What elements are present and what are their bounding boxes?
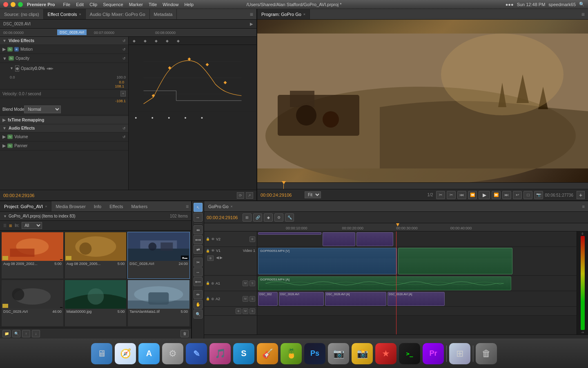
audio-effects-toggle[interactable]: ▼ — [2, 126, 7, 130]
tl-nest-btn[interactable]: ⊞ — [243, 213, 252, 222]
go-to-out-button[interactable]: ⏭ — [502, 191, 511, 199]
source-arrow[interactable]: ▶ — [250, 22, 253, 26]
timeline-h-scrollbar[interactable] — [204, 334, 588, 339]
dock-skype[interactable]: S — [233, 343, 254, 364]
master-sync[interactable]: ⊕ — [236, 308, 241, 314]
go-to-in-button[interactable]: ⏮ — [457, 191, 466, 199]
a2-solo[interactable]: S — [249, 296, 255, 302]
menu-title[interactable]: Title — [149, 2, 157, 7]
dock-camera[interactable]: 📷 — [328, 343, 349, 364]
tab-metadata[interactable]: Metadata — [150, 9, 177, 19]
a2-mute[interactable]: M — [243, 296, 248, 302]
tab-program-monitor[interactable]: Program: GoPro Go × — [257, 9, 310, 19]
volume-expand[interactable]: ▶ — [2, 134, 6, 139]
v2-clip-2[interactable] — [323, 232, 355, 246]
tab-markers[interactable]: Markers — [127, 201, 152, 211]
panel-menu-button[interactable]: ≡ — [247, 11, 256, 18]
menu-edit[interactable]: Edit — [76, 2, 84, 7]
dock-redgiant[interactable]: ★ — [375, 343, 396, 364]
loop-button[interactable]: ↩ — [513, 191, 522, 199]
tab-audio-clip-mixer[interactable]: Audio Clip Mixer: GoPro Go — [86, 9, 150, 19]
tab-project[interactable]: Project: GoPro_AVI × — [0, 201, 51, 211]
dock-launchpad[interactable]: ⊞ — [449, 343, 470, 364]
master-mute[interactable]: M — [243, 308, 248, 314]
mark-out-button[interactable]: ✂ — [447, 191, 456, 199]
tl-wrench-btn[interactable]: 🔧 — [285, 213, 294, 222]
timeline-tab-close[interactable]: × — [231, 204, 233, 209]
opacity-nav-right[interactable]: ▶ — [51, 67, 53, 70]
list-view-icon[interactable]: ☰ — [3, 224, 7, 228]
in-filter-dropdown[interactable]: All — [22, 222, 42, 229]
tl-settings-btn[interactable]: ⚙ — [274, 213, 283, 222]
a2-clip-1[interactable]: DSC_002 — [258, 292, 278, 306]
menu-clip[interactable]: Clip — [89, 2, 97, 7]
dock-finder[interactable]: 🖥 — [91, 343, 112, 364]
tab-timeline[interactable]: GoPro Go × — [204, 201, 237, 211]
tab-source[interactable]: Source: (no clips) — [0, 9, 44, 19]
clear-button[interactable]: 🗑 — [180, 330, 189, 337]
zoom-tool[interactable]: 🔍 — [194, 310, 203, 319]
velocity-add-btn[interactable]: + — [120, 91, 126, 96]
dock-trash[interactable]: 🗑 — [476, 343, 497, 364]
slide-tool[interactable]: ⟵ — [194, 277, 203, 286]
audio-effects-reset[interactable]: ↺ — [122, 126, 126, 130]
select-tool[interactable]: ↖ — [194, 203, 203, 212]
v2-clip-1[interactable] — [258, 232, 321, 235]
blend-mode-select[interactable]: Normal — [24, 105, 61, 113]
dock-sysprefs[interactable]: ⚙ — [162, 343, 183, 364]
razor-tool[interactable]: ✂ — [194, 258, 203, 267]
dock-itunes[interactable]: 🎵 — [209, 343, 231, 364]
v1-nav-right[interactable]: ▶ — [220, 256, 223, 261]
new-item-button[interactable]: 🔍 — [12, 330, 20, 337]
v1-lock[interactable]: 🔒 — [206, 249, 210, 253]
menu-marker[interactable]: Marker — [129, 2, 143, 7]
export-frame-button[interactable]: 📷 — [534, 191, 543, 199]
ec-loop-btn[interactable]: ⟳ — [237, 192, 244, 199]
opacity-expand-inner[interactable]: ▼ — [10, 66, 13, 70]
v1-nav-left[interactable]: ◀ — [216, 256, 219, 261]
a1-sync[interactable]: ⊕ — [211, 281, 214, 285]
tab-info[interactable]: Info — [90, 201, 105, 211]
panner-row[interactable]: ▶ fx Panner — [0, 141, 128, 150]
ripple-edit-tool[interactable]: ⇔ — [194, 225, 203, 234]
rate-stretch-tool[interactable]: ⇄ — [194, 245, 203, 254]
timeline-menu-btn[interactable]: ≡ — [579, 204, 588, 209]
dock-terminal[interactable]: >_ — [399, 343, 420, 364]
ec-bottom-controls[interactable]: ⟳ ↗ — [237, 192, 253, 199]
time-remap-toggle[interactable]: ▶ — [2, 118, 6, 122]
v1-eye-icon[interactable]: 👁 — [211, 249, 215, 253]
hand-tool[interactable]: ✋ — [194, 300, 203, 309]
pen-tool[interactable]: ✏ — [194, 290, 203, 299]
master-solo[interactable]: S — [249, 308, 255, 314]
v2-clip-3[interactable] — [356, 232, 393, 246]
dock-photos[interactable]: 📸 — [352, 343, 373, 364]
menu-help[interactable]: Help — [184, 2, 194, 7]
fit-dropdown[interactable]: Fit — [305, 191, 321, 198]
auto-match-button[interactable]: ↓ — [32, 330, 40, 337]
project-tab-close[interactable]: × — [45, 204, 47, 209]
media-item-6[interactable]: TamiAlanMiata1.tif 5:00 — [128, 280, 189, 326]
opacity-value[interactable]: 0.0% — [35, 66, 45, 71]
play-button[interactable]: ▶ — [479, 191, 490, 199]
dock-garageband[interactable]: 🎸 — [257, 343, 278, 364]
ec-export-btn[interactable]: ↗ — [246, 192, 253, 199]
tab-effect-controls[interactable]: Effect Controls × — [44, 9, 86, 19]
new-bin-button[interactable]: 📁 — [2, 330, 11, 337]
opacity-section-header[interactable]: ▼ fx Opacity ↺ — [0, 54, 128, 63]
window-controls[interactable] — [3, 2, 23, 7]
monitor-add-button[interactable]: + — [577, 191, 585, 199]
thumbnail-view-icon[interactable]: ⊞ — [9, 224, 12, 228]
maximize-button[interactable] — [18, 2, 23, 7]
search-icon[interactable]: 🔍 — [579, 2, 585, 7]
motion-reset[interactable]: ↺ — [122, 47, 126, 52]
v1-clip-gopr[interactable]: GOPR0053.MP4 [V] — [258, 248, 397, 274]
a1-solo[interactable]: S — [249, 280, 255, 286]
mark-in-button[interactable]: ✂ — [436, 191, 445, 199]
a1-clip-main[interactable]: GOPR0053.MP4 [A] — [258, 276, 511, 290]
close-button[interactable] — [3, 2, 8, 7]
a2-sync[interactable]: ⊕ — [211, 297, 214, 301]
menu-bar[interactable]: File Edit Clip Sequence Marker Title Win… — [63, 2, 194, 7]
step-back-button[interactable]: ⏪ — [468, 191, 477, 199]
volume-row[interactable]: ▶ fx Volume ↺ — [0, 132, 128, 141]
opacity-reset[interactable]: ↺ — [122, 56, 126, 61]
